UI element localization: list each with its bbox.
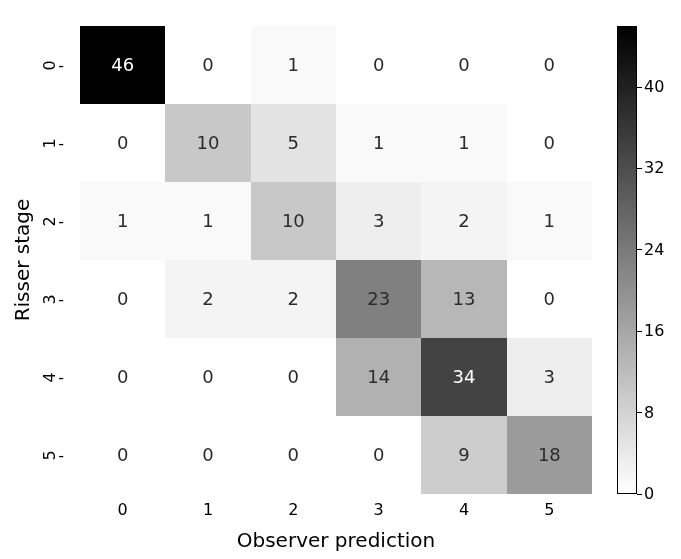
heatmap-cell: 0	[336, 26, 421, 104]
heatmap-cell: 2	[251, 260, 336, 338]
x-axis-label: Observer prediction	[80, 528, 592, 552]
heatmap-cell: 0	[507, 26, 592, 104]
y-tick: 0-	[34, 26, 74, 104]
heatmap-grid: 4601000010511011103210222313000014343000…	[80, 26, 592, 494]
heatmap-cell: 23	[336, 260, 421, 338]
heatmap-cell: 1	[336, 104, 421, 182]
x-tick: 3	[336, 500, 421, 522]
heatmap-cell: 5	[251, 104, 336, 182]
colorbar-tick: 24	[644, 240, 664, 259]
colorbar	[617, 26, 637, 494]
heatmap-cell: 0	[251, 416, 336, 494]
heatmap-cell: 3	[507, 338, 592, 416]
heatmap-cell: 0	[165, 338, 250, 416]
x-tick: 0	[80, 500, 165, 522]
x-axis-label-text: Observer prediction	[237, 528, 435, 552]
heatmap-cell: 18	[507, 416, 592, 494]
x-tick: 4	[421, 500, 506, 522]
heatmap-cell: 1	[421, 104, 506, 182]
heatmap-cell: 0	[336, 416, 421, 494]
colorbar-tick: 0	[644, 484, 654, 503]
y-tick: 1-	[34, 104, 74, 182]
y-tick: 5-	[34, 416, 74, 494]
confusion-matrix-figure: Risser stage 0-1-2-3-4-5- 46010000105110…	[0, 0, 681, 559]
heatmap-cell: 1	[80, 182, 165, 260]
heatmap-cell: 0	[165, 26, 250, 104]
heatmap-cell: 3	[336, 182, 421, 260]
heatmap-cell: 0	[80, 338, 165, 416]
y-axis-label: Risser stage	[10, 26, 34, 494]
heatmap-cell: 46	[80, 26, 165, 104]
colorbar-tick: 16	[644, 321, 664, 340]
colorbar-tick: 40	[644, 77, 664, 96]
heatmap-cell: 10	[165, 104, 250, 182]
y-tick: 4-	[34, 338, 74, 416]
heatmap-cell: 2	[165, 260, 250, 338]
heatmap-cell: 9	[421, 416, 506, 494]
heatmap-cell: 10	[251, 182, 336, 260]
heatmap-cell: 13	[421, 260, 506, 338]
heatmap-cell: 0	[80, 260, 165, 338]
heatmap-cell: 0	[421, 26, 506, 104]
y-tick: 3-	[34, 260, 74, 338]
colorbar-tick: 32	[644, 158, 664, 177]
x-tick: 1	[165, 500, 250, 522]
colorbar-tick: 8	[644, 403, 654, 422]
heatmap-cell: 2	[421, 182, 506, 260]
x-tick-labels: 012345	[80, 500, 592, 522]
x-tick: 2	[251, 500, 336, 522]
x-tick: 5	[507, 500, 592, 522]
heatmap-cell: 0	[251, 338, 336, 416]
heatmap-cell: 0	[507, 104, 592, 182]
y-tick: 2-	[34, 182, 74, 260]
heatmap-cell: 0	[165, 416, 250, 494]
heatmap-cell: 34	[421, 338, 506, 416]
heatmap-cell: 1	[251, 26, 336, 104]
heatmap-cell: 0	[507, 260, 592, 338]
heatmap-cell: 14	[336, 338, 421, 416]
heatmap-plot-area: 4601000010511011103210222313000014343000…	[80, 26, 592, 494]
y-axis-label-text: Risser stage	[10, 199, 34, 322]
heatmap-cell: 0	[80, 104, 165, 182]
colorbar-ticks: 0816243240	[644, 26, 678, 494]
y-tick-labels: 0-1-2-3-4-5-	[34, 26, 74, 494]
heatmap-cell: 0	[80, 416, 165, 494]
heatmap-cell: 1	[165, 182, 250, 260]
heatmap-cell: 1	[507, 182, 592, 260]
